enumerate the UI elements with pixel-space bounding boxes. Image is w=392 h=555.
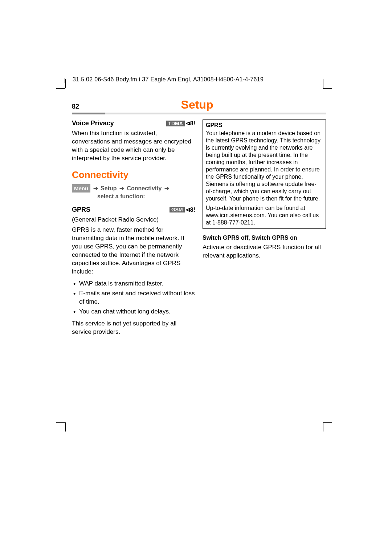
page-body: 82 Setup Voice Privacy TDMA ⊲8! When thi… [72,98,326,340]
info-box-title: GPRS [206,122,323,129]
network-icon: ⊲8! [185,120,195,127]
arrow-icon: ➔ [93,185,98,191]
gprs-info-box: GPRS Your telephone is a modern device b… [203,119,326,229]
gprs-bullets: WAP data is transmitted faster. E-mails … [72,280,195,316]
voice-privacy-body: When this function is activated, convers… [72,129,195,163]
left-column: Voice Privacy TDMA ⊲8! When this functio… [72,119,195,340]
heading-text: Voice Privacy [72,119,114,127]
right-column: GPRS Your telephone is a modern device b… [203,119,326,340]
nav-setup: Setup [101,185,117,191]
gprs-body2: This service is not yet supported by all… [72,320,195,336]
crop-mark [318,417,328,428]
gprs-body1: GPRS is a new, faster method for transmi… [72,226,195,276]
nav-select: select a function: [97,193,145,200]
gsm-badge: GSM [170,207,185,212]
crop-mark [60,417,71,428]
nav-connectivity: Connectivity [127,185,162,191]
heading-text: GPRS [72,206,90,214]
bullet-item: WAP data is transmitted faster. [72,280,195,288]
voice-privacy-heading: Voice Privacy TDMA ⊲8! [72,119,195,127]
menu-badge: Menu [72,184,90,193]
arrow-icon: ➔ [119,185,124,191]
bullet-item: You can chat without long delays. [72,308,195,316]
tdma-badge: TDMA [166,121,184,126]
switch-heading: Switch GPRS off, Switch GPRS on [203,235,326,241]
gprs-heading: GPRS GSM ⊲8! [72,206,195,214]
title-underline [72,113,326,114]
info-box-p2: Up-to-date information can be found at w… [206,204,323,226]
info-box-p1: Your telephone is a modern device based … [206,130,323,202]
gsm-indicator: GSM ⊲8! [170,206,195,213]
crop-mark [318,83,328,94]
gprs-expansion: (General Packet Radio Service) [72,216,195,224]
switch-body: Activate or deactivate GPRS function for… [203,243,326,260]
chapter-title: Setup [68,98,326,112]
tdma-indicator: TDMA ⊲8! [166,120,195,127]
crop-mark [60,83,71,94]
bullet-item: E-mails are sent and received without lo… [72,289,195,306]
arrow-icon: ➔ [164,185,169,191]
tick-mark [65,78,65,83]
network-icon: ⊲8! [185,206,195,213]
menu-path: Menu ➔ Setup ➔ Connectivity ➔ select a f… [72,184,195,201]
connectivity-heading: Connectivity [72,169,195,181]
header-meta: 31.5.02 06-S46 Body.fm i 37 Eagle Am Eng… [73,76,264,83]
